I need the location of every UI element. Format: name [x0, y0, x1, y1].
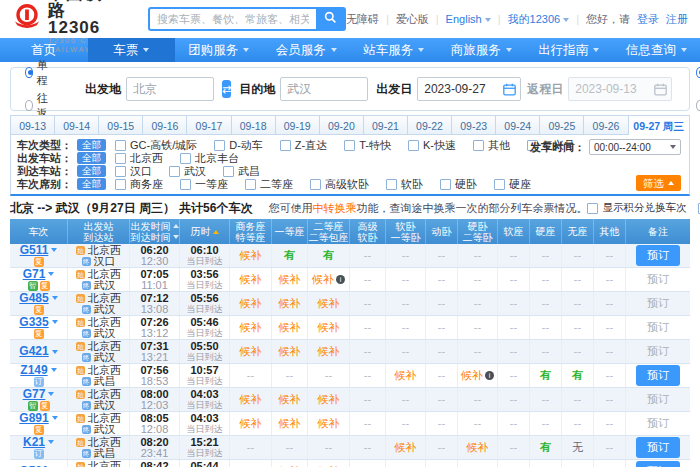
- column-header-软卧[interactable]: 软卧一等卧: [386, 219, 426, 244]
- filter-option-T-特快[interactable]: T-特快: [344, 138, 391, 153]
- column-header-二等座[interactable]: 二等座二等包座: [308, 219, 350, 244]
- trip-type-radio-单程[interactable]: 单程: [25, 58, 51, 88]
- expand-caret-icon[interactable]: [52, 296, 58, 300]
- train-number-link[interactable]: G77: [23, 389, 46, 400]
- login-link[interactable]: 登录: [637, 12, 659, 27]
- train-number-link[interactable]: G485: [19, 293, 48, 304]
- date-tab-09-25[interactable]: 09-25: [540, 115, 584, 135]
- passenger-type-radio-学生[interactable]: 学生: [696, 91, 700, 121]
- sort-asc-icon[interactable]: [213, 230, 219, 234]
- from-station-input[interactable]: [126, 77, 214, 101]
- date-tab-09-22[interactable]: 09-22: [408, 115, 452, 135]
- info-icon[interactable]: i: [485, 371, 494, 380]
- train-number-link[interactable]: G511: [20, 245, 49, 256]
- date-tab-09-23[interactable]: 09-23: [452, 115, 496, 135]
- train-number-link[interactable]: Z149: [20, 365, 47, 376]
- book-button[interactable]: 预订: [636, 245, 680, 266]
- date-tab-09-21[interactable]: 09-21: [364, 115, 408, 135]
- filter-option-K-快速[interactable]: K-快速: [408, 138, 456, 153]
- transfer-link[interactable]: 中转换乘: [312, 202, 356, 214]
- column-header-硬卧[interactable]: 硬卧二等卧: [458, 219, 498, 244]
- to-station-input[interactable]: [280, 77, 368, 101]
- nav-item-团购服务[interactable]: 团购服务: [175, 38, 263, 62]
- column-header-高级[interactable]: 高级软卧: [350, 219, 386, 244]
- filter-option-软卧[interactable]: 软卧: [386, 177, 423, 192]
- column-header-动卧[interactable]: 动卧: [426, 219, 458, 244]
- column-header-其他[interactable]: 其他: [594, 219, 626, 244]
- expand-caret-icon[interactable]: [51, 248, 57, 252]
- column-header-商务座[interactable]: 商务座特等座: [230, 219, 272, 244]
- date-tab-09-19[interactable]: 09-19: [276, 115, 320, 135]
- column-header-软座[interactable]: 软座: [498, 219, 530, 244]
- book-button[interactable]: 预订: [636, 437, 680, 458]
- nav-item-车票[interactable]: 车票: [88, 38, 176, 62]
- nav-item-站车服务[interactable]: 站车服务: [350, 38, 438, 62]
- expand-caret-icon[interactable]: [48, 272, 54, 276]
- info-icon[interactable]: i: [336, 275, 345, 284]
- filter-all-chip[interactable]: 全部: [77, 139, 106, 151]
- column-header-历时[interactable]: 历时: [180, 219, 230, 244]
- column-header-出发时间[interactable]: 出发时间到达时间: [130, 219, 180, 244]
- date-tab-09-14[interactable]: 09-14: [55, 115, 99, 135]
- train-number-link[interactable]: G421: [19, 346, 48, 357]
- depart-time-select[interactable]: 00:00--24:00: [589, 139, 681, 155]
- date-tab-09-24[interactable]: 09-24: [496, 115, 540, 135]
- search-button[interactable]: [316, 7, 346, 31]
- filter-option-硬卧[interactable]: 硬卧: [440, 177, 477, 192]
- expand-caret-icon[interactable]: [52, 320, 58, 324]
- column-header-硬座[interactable]: 硬座: [530, 219, 562, 244]
- filter-option-一等座[interactable]: 一等座: [180, 177, 228, 192]
- date-tab-active[interactable]: 09-27 周三: [629, 115, 690, 135]
- search-input[interactable]: [148, 7, 316, 31]
- passenger-type-radio-普通[interactable]: 普通: [696, 58, 700, 88]
- nav-item-商旅服务[interactable]: 商旅服务: [438, 38, 526, 62]
- date-tab-09-17[interactable]: 09-17: [187, 115, 231, 135]
- top-link[interactable]: 无障碍: [346, 12, 379, 27]
- register-link[interactable]: 注册: [666, 12, 688, 27]
- filter-option-硬座[interactable]: 硬座: [494, 177, 531, 192]
- train-number-link[interactable]: G891: [19, 413, 48, 424]
- show-points-checkbox[interactable]: 显示积分兑换车次: [587, 201, 686, 215]
- filter-option-高级软卧[interactable]: 高级软卧: [310, 177, 369, 192]
- nav-item-出行指南[interactable]: 出行指南: [525, 38, 613, 62]
- date-tab-09-13[interactable]: 09-13: [10, 115, 55, 135]
- date-tab-09-16[interactable]: 09-16: [143, 115, 187, 135]
- filter-all-chip[interactable]: 全部: [77, 178, 106, 190]
- column-header-出发站[interactable]: 出发站到达站: [68, 219, 130, 244]
- filter-option-二等座[interactable]: 二等座: [245, 177, 293, 192]
- column-header-车次[interactable]: 车次: [10, 219, 68, 244]
- expand-caret-icon[interactable]: [52, 350, 58, 354]
- date-tab-09-20[interactable]: 09-20: [320, 115, 364, 135]
- train-number-link[interactable]: G71: [23, 269, 46, 280]
- date-tab-09-15[interactable]: 09-15: [99, 115, 143, 135]
- column-header-无座[interactable]: 无座: [562, 219, 594, 244]
- filter-option-其他[interactable]: 其他: [473, 138, 510, 153]
- filter-option-商务座[interactable]: 商务座: [115, 177, 163, 192]
- book-button[interactable]: 预订: [636, 461, 680, 467]
- column-header-一等座[interactable]: 一等座: [272, 219, 308, 244]
- train-number-link[interactable]: K21: [23, 437, 45, 448]
- filter-all-chip[interactable]: 全部: [77, 165, 106, 177]
- column-header-备注[interactable]: 备注: [626, 219, 690, 244]
- date-tab-09-26[interactable]: 09-26: [584, 115, 628, 135]
- sort-desc-icon[interactable]: [173, 235, 179, 239]
- nav-item-信息查询[interactable]: 信息查询: [613, 38, 700, 62]
- calendar-icon[interactable]: [503, 82, 516, 100]
- sort-asc-icon[interactable]: [173, 224, 179, 228]
- expand-caret-icon[interactable]: [51, 368, 57, 372]
- book-cell: 预订: [626, 388, 690, 411]
- date-tab-09-18[interactable]: 09-18: [232, 115, 276, 135]
- expand-caret-icon[interactable]: [48, 440, 54, 444]
- filter-option-Z-直达[interactable]: Z-直达: [280, 138, 327, 153]
- expand-caret-icon[interactable]: [52, 416, 58, 420]
- book-button[interactable]: 预订: [636, 365, 680, 386]
- top-link[interactable]: 我的12306: [508, 12, 570, 27]
- filter-apply-button[interactable]: 筛选: [636, 175, 681, 191]
- train-number-link[interactable]: G335: [19, 317, 48, 328]
- top-link[interactable]: 爱心版: [396, 12, 429, 27]
- filter-all-chip[interactable]: 全部: [77, 152, 106, 164]
- swap-stations-button[interactable]: ⇄: [222, 80, 231, 98]
- nav-item-会员服务[interactable]: 会员服务: [263, 38, 351, 62]
- top-link[interactable]: English: [446, 13, 491, 25]
- expand-caret-icon[interactable]: [48, 392, 54, 396]
